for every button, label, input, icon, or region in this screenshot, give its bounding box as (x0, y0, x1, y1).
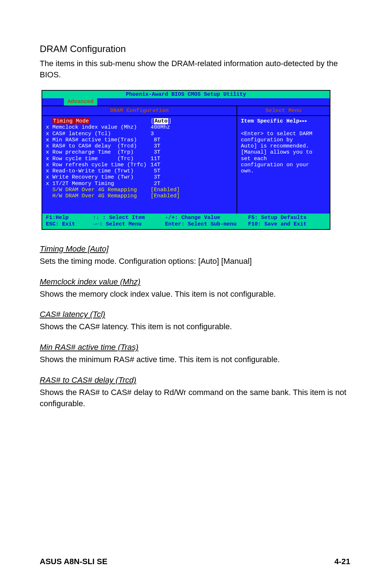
bios-config-value: 400Mhz (151, 124, 170, 130)
bios-config-value: 3T (151, 174, 160, 180)
bios-config-value: 14T (151, 162, 160, 168)
bios-config-label: x Min RAS# active time(Tras) (46, 137, 151, 143)
bios-config-label: x Read-to-Write time (Trwt) (46, 168, 151, 174)
footer-key-exit: ESC: Exit (46, 221, 93, 227)
bios-config-value: 3T (151, 149, 160, 155)
bios-config-label: H/W DRAM Over 4G Remapping (46, 193, 151, 199)
bios-config-row: x CAS# latency (Tcl)3 (46, 131, 233, 137)
bios-config-label: x Row precharge Time (Trp) (46, 149, 151, 155)
bios-menu-tab: Advanced (64, 98, 97, 106)
help-line: <Enter> to select DARM (241, 131, 326, 137)
help-line: own. (241, 168, 326, 174)
bios-config-label: S/W DRAM Over 4G Remapping (46, 187, 151, 193)
bios-config-row: x RAS# to CAS# delay (Trcd) 3T (46, 143, 233, 149)
bios-config-value: 5T (151, 168, 160, 174)
page-footer: ASUS A8N-SLI SE 4-21 (40, 557, 350, 566)
help-title: Item Specific Help (241, 118, 299, 124)
footer-key-change-value: -/+: Change Value (165, 215, 248, 221)
definition-title: Min RAS# active time (Tras) (40, 343, 350, 352)
bios-config-row: x Row precharge Time (Trp) 3T (46, 149, 233, 155)
bios-title-bar: Phoenix-Award BIOS CMOS Setup Utility (42, 91, 330, 98)
help-line: Auto] is recommended. (241, 143, 326, 149)
section-intro: The items in this sub-menu show the DRAM… (40, 58, 350, 81)
bios-config-value: 3T (151, 143, 160, 149)
definition-title: Timing Mode [Auto] (40, 244, 350, 254)
bios-config-row: x 1T/2T Memory Timing 2T (46, 181, 233, 187)
bios-config-label: x Row refresh cycle time (Trfc) (46, 162, 151, 168)
help-line: configuration on your (241, 162, 326, 168)
footer-key-select-item: ↑↓ : Select Item (93, 215, 165, 221)
bios-config-label: x 1T/2T Memory Timing (46, 181, 151, 187)
bios-config-row: x Memclock index value (Mhz)400Mhz (46, 124, 233, 130)
definition-title: Memclock index value (Mhz) (40, 277, 350, 287)
bios-config-row: H/W DRAM Over 4G Remapping[Enabled] (46, 193, 233, 199)
help-line: [Manual] allows you to (241, 149, 326, 155)
footer-key-save: F10: Save and Exit (248, 221, 326, 227)
help-arrows-icon: ▸▸▸ (299, 118, 307, 124)
bios-config-label: x Memclock index value (Mhz) (46, 124, 151, 130)
bios-screenshot: Phoenix-Award BIOS CMOS Setup Utility Ad… (42, 90, 330, 230)
bios-footer: F1:Help ↑↓ : Select Item -/+: Change Val… (42, 214, 330, 229)
bios-config-value: [Enabled] (151, 193, 180, 199)
footer-key-select-menu: →←: Select Menu (93, 221, 165, 227)
definition-body: Sets the timing mode. Configuration opti… (40, 256, 350, 267)
bios-config-row: x Write Recovery time (Twr) 3T (46, 174, 233, 180)
footer-page-number: 4-21 (334, 557, 350, 566)
bios-config-value: 8T (151, 137, 160, 143)
bios-config-row: x Row cycle time (Trc)11T (46, 156, 233, 162)
help-line (241, 124, 326, 130)
definitions: Timing Mode [Auto]Sets the timing mode. … (40, 244, 350, 409)
definition-body: Shows the memory clock index value. This… (40, 289, 350, 300)
footer-key-defaults: F5: Setup Defaults (248, 215, 326, 221)
bios-config-label: x Write Recovery time (Twr) (46, 174, 151, 180)
bios-right-header: Select Menu (237, 106, 330, 116)
bios-config-row: x Read-to-Write time (Trwt) 5T (46, 168, 233, 174)
bios-config-row: Timing Mode[Auto] (46, 118, 233, 124)
bios-config-row: S/W DRAM Over 4G Remapping[Enabled] (46, 187, 233, 193)
bios-config-label: x Row cycle time (Trc) (46, 156, 151, 162)
bios-config-value: 3 (151, 131, 154, 137)
definition-title: RAS# to CAS# delay (Trcd) (40, 375, 350, 385)
definition-body: Shows the CAS# latency. This item is not… (40, 321, 350, 332)
definition-body: Shows the minimum RAS# active time. This… (40, 354, 350, 365)
bios-config-row: x Row refresh cycle time (Trfc)14T (46, 162, 233, 168)
help-line: set each (241, 156, 326, 162)
bios-config-value: 11T (151, 156, 160, 162)
footer-key-submenu: Enter: Select Sub-menu (165, 221, 248, 227)
help-line: configuration by (241, 137, 326, 143)
bios-config-label: Timing Mode (46, 118, 151, 124)
bios-left-panel: DRAM Configuration Timing Mode[Auto]x Me… (42, 106, 237, 214)
bios-config-value: [Auto] (151, 118, 172, 124)
section-heading: DRAM Configuration (40, 43, 350, 55)
definition-body: Shows the RAS# to CAS# delay to Rd/Wr co… (40, 387, 350, 409)
bios-config-label: x RAS# to CAS# delay (Trcd) (46, 143, 151, 149)
bios-right-panel: Select Menu Item Specific Help▸▸▸ <Enter… (237, 106, 330, 214)
bios-config-value: 2T (151, 181, 160, 187)
footer-key-help: F1:Help (46, 215, 93, 221)
bios-menu-bar: Advanced (42, 98, 330, 106)
footer-product: ASUS A8N-SLI SE (40, 557, 107, 566)
definition-title: CAS# latency (Tcl) (40, 310, 350, 319)
bios-left-header: DRAM Configuration (42, 106, 237, 116)
bios-config-value: [Enabled] (151, 187, 180, 193)
bios-config-row: x Min RAS# active time(Tras) 8T (46, 137, 233, 143)
bios-config-label: x CAS# latency (Tcl) (46, 131, 151, 137)
